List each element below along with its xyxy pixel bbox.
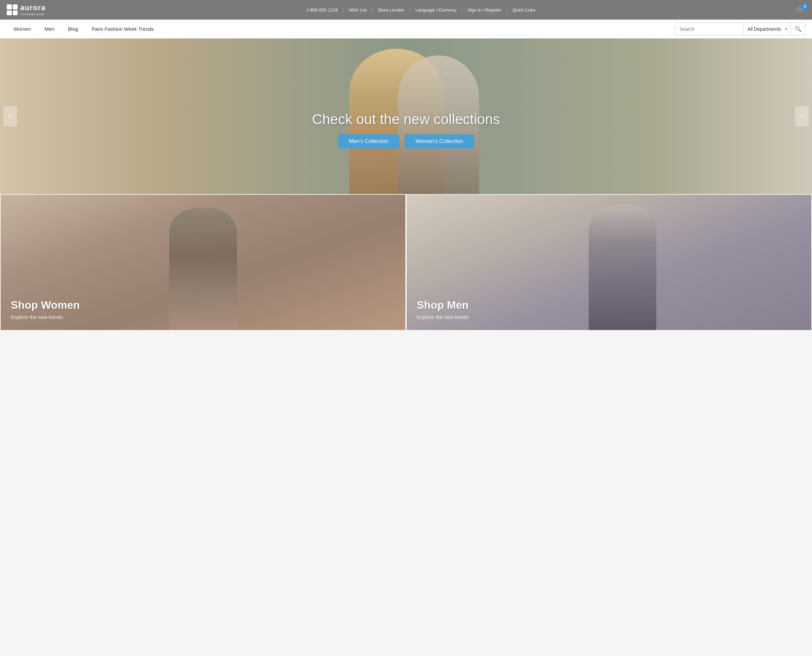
nav-links: Women Men Blog Paris Fashion Week Trends [7, 20, 675, 39]
search-icon: 🔍 [795, 26, 801, 32]
search-button[interactable]: 🔍 [791, 23, 805, 35]
nav-men[interactable]: Men [37, 20, 61, 39]
language-currency-link[interactable]: Language / Currency [410, 8, 462, 12]
carousel-next-button[interactable]: › [795, 106, 809, 127]
dept-select[interactable]: All Departments Women Men Accessories Sa… [743, 26, 791, 32]
logo-name: aurora [20, 3, 45, 12]
store-locator-link[interactable]: Store Locator [372, 8, 410, 12]
shop-men-text: Shop Men Explore the new trends [417, 299, 469, 320]
nav-paris[interactable]: Paris Fashion Week Trends [85, 20, 161, 39]
hero-content: Check out the new collections Men's Coll… [312, 111, 500, 149]
sign-in-link[interactable]: Sign In / Register [462, 8, 507, 12]
hero-buttons: Men's Collection Women's Collection [338, 134, 474, 149]
hero-carousel: ‹ Check out the new collections Men's Co… [0, 39, 812, 194]
dept-wrapper: All Departments Women Men Accessories Sa… [743, 26, 791, 32]
shop-men-subtitle: Explore the new trends [417, 314, 469, 320]
shop-women-card[interactable]: Shop Women Explore the new trends [1, 195, 405, 330]
nav-bar: Women Men Blog Paris Fashion Week Trends… [0, 20, 812, 39]
shop-grid: Shop Women Explore the new trends Shop M… [0, 194, 812, 331]
cart-icon-wrap[interactable]: 🛒 0 [796, 5, 805, 14]
shop-men-title: Shop Men [417, 299, 469, 311]
search-input[interactable] [675, 23, 743, 35]
chevron-left-icon: ‹ [9, 112, 11, 121]
shop-men-card[interactable]: Shop Men Explore the new trends [407, 195, 811, 330]
shop-women-text: Shop Women Explore the new trends [11, 299, 80, 320]
cart-area[interactable]: 🛒 0 [796, 5, 805, 14]
shop-men-figure [589, 205, 656, 330]
logo[interactable]: aurora CoreMedia Inside [7, 3, 45, 16]
shop-women-figure [169, 208, 237, 330]
chevron-right-icon: › [801, 112, 803, 121]
logo-subtitle: CoreMedia Inside [20, 12, 45, 16]
logo-icon [7, 5, 18, 15]
shop-women-title: Shop Women [11, 299, 80, 311]
mens-collection-button[interactable]: Men's Collection [338, 134, 399, 149]
carousel-prev-button[interactable]: ‹ [3, 106, 17, 127]
womens-collection-button[interactable]: Women's Collection [404, 134, 474, 149]
top-bar: aurora CoreMedia Inside 1-800-555-1234 W… [0, 0, 812, 20]
shop-women-subtitle: Explore the new trends [11, 314, 80, 320]
top-links: 1-800-555-1234 Wish List Store Locator L… [301, 8, 541, 12]
nav-women[interactable]: Women [7, 20, 37, 39]
nav-blog[interactable]: Blog [61, 20, 85, 39]
quick-links-link[interactable]: Quick Links [507, 8, 541, 12]
phone-link[interactable]: 1-800-555-1234 [301, 8, 343, 12]
cart-badge: 0 [802, 3, 808, 9]
wishlist-link[interactable]: Wish List [343, 8, 372, 12]
search-area: All Departments Women Men Accessories Sa… [675, 23, 805, 36]
hero-title: Check out the new collections [312, 111, 500, 127]
